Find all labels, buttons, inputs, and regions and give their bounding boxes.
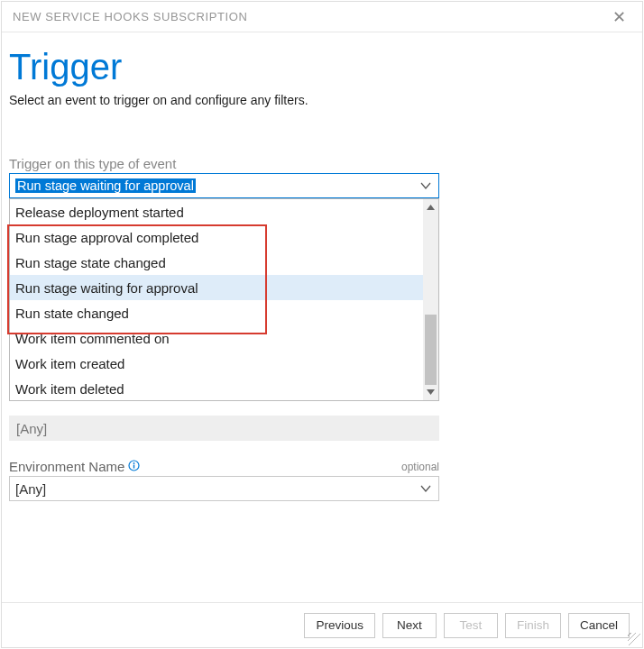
- dropdown-item-label: Release deployment started: [15, 205, 184, 220]
- finish-button[interactable]: Finish: [505, 613, 561, 638]
- page-subtitle: Select an event to trigger on and config…: [9, 93, 635, 107]
- svg-rect-2: [133, 465, 134, 469]
- trigger-event-dropdown: Release deployment started Run stage app…: [9, 198, 439, 401]
- dropdown-list[interactable]: Release deployment started Run stage app…: [10, 199, 423, 400]
- dropdown-item[interactable]: Run stage waiting for approval: [10, 275, 423, 300]
- dropdown-item-label: Run stage state changed: [15, 255, 166, 270]
- pipeline-value-row: [Any]: [9, 416, 439, 441]
- scroll-down-icon[interactable]: [423, 384, 438, 400]
- dropdown-item-label: Work item deleted: [15, 381, 124, 397]
- env-label-text: Environment Name: [9, 459, 124, 474]
- titlebar: NEW SERVICE HOOKS SUBSCRIPTION ✕: [2, 2, 642, 32]
- dropdown-item[interactable]: Work item created: [10, 351, 423, 376]
- modal-content: Trigger Select an event to trigger on an…: [2, 32, 642, 602]
- optional-tag: optional: [401, 461, 439, 473]
- page-heading: Trigger: [9, 47, 635, 87]
- trigger-event-label: Trigger on this type of event: [9, 156, 635, 171]
- resize-grip-icon[interactable]: [628, 633, 640, 645]
- wizard-footer: Previous Next Test Finish Cancel: [2, 602, 642, 647]
- env-label-row: Environment Name optional: [9, 459, 439, 474]
- dropdown-item-label: Work item commented on: [15, 331, 170, 346]
- dropdown-scrollbar[interactable]: [423, 199, 438, 400]
- chevron-down-icon: [419, 178, 433, 193]
- dropdown-item[interactable]: Run stage approval completed: [10, 224, 423, 250]
- dropdown-item-label: Run state changed: [15, 306, 129, 321]
- close-icon: ✕: [612, 8, 626, 26]
- dropdown-item[interactable]: Release deployment started: [10, 199, 423, 224]
- info-icon[interactable]: [128, 459, 140, 474]
- scroll-up-icon[interactable]: [423, 199, 438, 215]
- dropdown-item[interactable]: Work item deleted: [10, 376, 423, 400]
- close-button[interactable]: ✕: [607, 5, 631, 29]
- dropdown-item-label: Work item created: [15, 356, 124, 371]
- pipeline-value: [Any]: [16, 421, 47, 436]
- dropdown-item-label: Run stage waiting for approval: [15, 280, 198, 296]
- modal-title: NEW SERVICE HOOKS SUBSCRIPTION: [13, 10, 247, 23]
- env-label: Environment Name: [9, 459, 140, 474]
- next-button[interactable]: Next: [382, 613, 437, 638]
- scroll-thumb[interactable]: [425, 315, 437, 385]
- test-button[interactable]: Test: [444, 613, 498, 638]
- svg-point-1: [133, 462, 135, 464]
- dropdown-item[interactable]: Work item commented on: [10, 325, 423, 351]
- dropdown-item[interactable]: Run stage state changed: [10, 250, 423, 275]
- environment-value: [Any]: [15, 481, 46, 497]
- dropdown-item-label: Run stage approval completed: [15, 230, 198, 245]
- trigger-event-select[interactable]: Run stage waiting for approval: [9, 173, 439, 198]
- trigger-event-selected: Run stage waiting for approval: [15, 178, 196, 193]
- previous-button[interactable]: Previous: [304, 613, 375, 638]
- environment-select[interactable]: [Any]: [9, 476, 439, 501]
- dropdown-item[interactable]: Run state changed: [10, 300, 423, 325]
- cancel-button[interactable]: Cancel: [568, 613, 630, 638]
- chevron-down-icon: [419, 481, 433, 496]
- service-hooks-modal: NEW SERVICE HOOKS SUBSCRIPTION ✕ Trigger…: [1, 1, 643, 648]
